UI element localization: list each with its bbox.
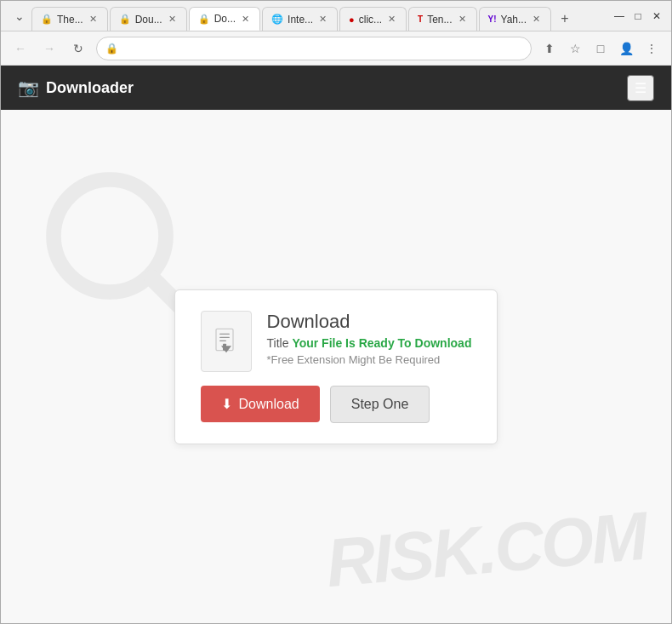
tab3-label: Do...: [214, 13, 236, 25]
download-button-label: Download: [239, 397, 299, 412]
extensions-icon[interactable]: □: [589, 37, 612, 60]
tab-5[interactable]: ● clic... ✕: [339, 7, 407, 31]
logo-text: Downloader: [46, 79, 134, 97]
window-controls: ⌄: [14, 9, 25, 23]
svg-point-0: [54, 180, 166, 292]
download-button[interactable]: ⬇ Download: [201, 386, 320, 422]
page-content: RISK.COM Download Title Your File I: [1, 110, 671, 623]
minimize-button[interactable]: —: [612, 9, 627, 24]
star-icon[interactable]: ☆: [564, 37, 586, 60]
tab-3[interactable]: 🔒 Do... ✕: [189, 7, 260, 31]
step-one-button[interactable]: Step One: [330, 386, 430, 423]
tab5-close[interactable]: ✕: [386, 13, 397, 26]
tab3-icon: 🔒: [198, 14, 210, 25]
tab6-label: Ten...: [427, 14, 452, 26]
tab-7[interactable]: Y! Yah... ✕: [479, 7, 551, 31]
restore-button[interactable]: □: [630, 9, 646, 24]
tab2-icon: 🔒: [119, 14, 131, 25]
site-logo: 📷 Downloader: [18, 77, 134, 98]
tab4-close[interactable]: ✕: [317, 13, 328, 26]
download-card: Download Title Your File Is Ready To Dow…: [174, 289, 498, 444]
card-actions: ⬇ Download Step One: [201, 386, 472, 423]
forward-button[interactable]: →: [38, 37, 60, 60]
back-button[interactable]: ←: [9, 37, 31, 60]
svg-rect-4: [219, 336, 230, 337]
tab1-label: The...: [57, 14, 83, 26]
tab7-close[interactable]: ✕: [531, 13, 542, 26]
share-icon[interactable]: ⬆: [538, 37, 561, 60]
tab2-close[interactable]: ✕: [167, 13, 178, 26]
tab-6[interactable]: T Ten... ✕: [408, 7, 476, 31]
watermark: RISK.COM: [323, 497, 649, 603]
title-bar: ⌄ 🔒 The... ✕ 🔒 Dou... ✕ 🔒 Do... ✕ 🌐 Inte…: [1, 1, 671, 31]
title-label: Title: [267, 336, 293, 350]
subtitle-highlight: Your File Is Ready To Download: [292, 336, 471, 350]
tab-2[interactable]: 🔒 Dou... ✕: [110, 7, 187, 31]
svg-rect-5: [219, 340, 226, 341]
tab1-icon: 🔒: [41, 14, 53, 25]
hamburger-menu[interactable]: ☰: [627, 75, 654, 101]
menu-icon[interactable]: ⋮: [641, 37, 663, 60]
close-button[interactable]: ✕: [649, 9, 664, 24]
tab-strip: 🔒 The... ✕ 🔒 Dou... ✕ 🔒 Do... ✕ 🌐 Inte..…: [31, 1, 605, 31]
download-icon: ⬇: [221, 396, 232, 412]
tab2-label: Dou...: [135, 14, 162, 26]
chevron-icon[interactable]: ⌄: [14, 9, 25, 23]
tab4-label: Inte...: [288, 14, 313, 26]
card-info: Download Title Your File Is Ready To Dow…: [267, 311, 472, 366]
tab6-close[interactable]: ✕: [457, 13, 468, 26]
tab3-close[interactable]: ✕: [240, 13, 251, 26]
tab-1[interactable]: 🔒 The... ✕: [31, 7, 108, 31]
tab1-close[interactable]: ✕: [88, 13, 99, 26]
tab6-icon: T: [418, 14, 423, 24]
camera-icon: 📷: [18, 77, 39, 98]
tab5-label: clic...: [359, 14, 382, 26]
lock-icon: 🔒: [105, 43, 118, 54]
tab5-icon: ●: [349, 14, 355, 25]
window-buttons: — □ ✕: [612, 9, 664, 24]
new-tab-button[interactable]: +: [553, 7, 577, 31]
card-title: Download: [267, 311, 472, 333]
tab7-icon: Y!: [488, 14, 497, 24]
url-bar[interactable]: 🔒: [96, 37, 532, 60]
tab7-label: Yah...: [501, 14, 527, 26]
file-icon: [201, 311, 252, 372]
tab-4[interactable]: 🌐 Inte... ✕: [262, 7, 338, 31]
refresh-button[interactable]: ↻: [67, 37, 89, 60]
address-bar: ← → ↻ 🔒 ⬆ ☆ □ 👤 ⋮: [1, 31, 671, 66]
svg-rect-3: [219, 333, 230, 334]
browser-frame: ⌄ 🔒 The... ✕ 🔒 Dou... ✕ 🔒 Do... ✕ 🌐 Inte…: [0, 0, 672, 624]
toolbar-icons: ⬆ ☆ □ 👤 ⋮: [538, 37, 663, 60]
profile-icon[interactable]: 👤: [615, 37, 637, 60]
site-navbar: 📷 Downloader ☰: [1, 66, 671, 110]
card-note: *Free Extension Might Be Required: [267, 353, 472, 366]
card-header: Download Title Your File Is Ready To Dow…: [201, 311, 472, 372]
card-subtitle: Title Your File Is Ready To Download: [267, 336, 472, 350]
tab4-icon: 🌐: [271, 14, 283, 25]
